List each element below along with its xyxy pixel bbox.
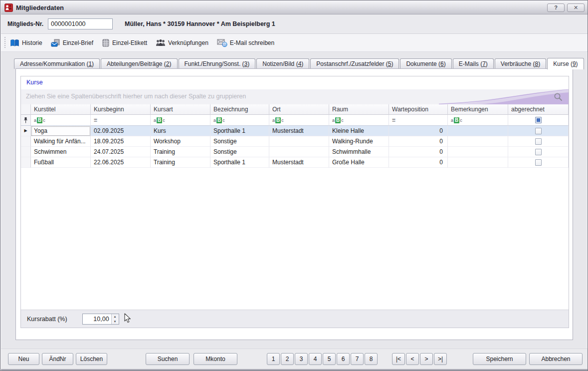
- verknuepfungen-button[interactable]: Verknüpfungen: [156, 39, 208, 47]
- page-5-button[interactable]: 5: [323, 353, 336, 365]
- column-header-raum[interactable]: Raum: [329, 104, 389, 115]
- table-row[interactable]: Schwimmen24.07.2025TrainingSonstigeSchwi…: [21, 147, 569, 157]
- page-3-button[interactable]: 3: [295, 353, 308, 365]
- nav-prev-button[interactable]: <: [406, 353, 419, 365]
- speichern-button[interactable]: Speichern: [473, 353, 526, 365]
- member-no-input[interactable]: [48, 18, 113, 29]
- cell-kursbeginn[interactable]: 24.07.2025: [91, 147, 151, 157]
- close-button[interactable]: ✕: [567, 3, 585, 12]
- tab-verbr-uche-8[interactable]: Verbräuche (8): [495, 58, 546, 69]
- cell-abgerechnet[interactable]: [508, 126, 569, 136]
- tab-postanschrf-zusatzfelder-5[interactable]: Postanschrf./Zusatzfelder (5): [310, 58, 399, 69]
- tab-abteilungen-beitr-ge-2[interactable]: Abteilungen/Beiträge (2): [101, 58, 177, 69]
- tab-e-mails-7[interactable]: E-Mails (7): [453, 58, 494, 69]
- tab-dokumente-6[interactable]: Dokumente (6): [400, 58, 451, 69]
- suchen-button[interactable]: Suchen: [146, 353, 190, 365]
- cell-warteposition[interactable]: 0: [389, 157, 448, 168]
- cell-warteposition[interactable]: 0: [389, 147, 448, 157]
- filter-cell-bezeichnung[interactable]: aBc: [210, 115, 269, 126]
- tab-kurse-9[interactable]: Kurse (9): [547, 58, 584, 69]
- einzel-brief-button[interactable]: Einzel-Brief: [51, 39, 93, 47]
- tab-funkt-ehrung-sonst-3[interactable]: Funkt./Ehrung/Sonst. (3): [179, 58, 256, 69]
- column-header-kursart[interactable]: Kursart: [151, 104, 210, 115]
- cell-kurstitel[interactable]: Schwimmen: [31, 147, 91, 157]
- search-icon[interactable]: [554, 92, 563, 101]
- cell-warteposition[interactable]: 0: [389, 136, 448, 147]
- tab-adresse-kommunikation-1[interactable]: Adresse/Kommunikation (1): [14, 58, 100, 69]
- cell-kursart[interactable]: Training: [151, 157, 210, 168]
- cell-ort[interactable]: [269, 136, 329, 147]
- table-row[interactable]: ▶Yoga02.09.2025KursSporthalle 1Mustersta…: [21, 126, 569, 136]
- abgerechnet-checkbox[interactable]: [535, 128, 542, 134]
- filter-cell-kursart[interactable]: aBc: [151, 115, 210, 126]
- table-row[interactable]: Fußball22.06.2025TrainingSporthalle 1Mus…: [21, 157, 569, 168]
- spin-down-button[interactable]: ▼: [112, 319, 119, 324]
- l-schen-button[interactable]: Löschen: [76, 353, 107, 365]
- cell-raum[interactable]: Schwimmhalle: [329, 147, 389, 157]
- cell-kursart[interactable]: Kurs: [151, 126, 210, 136]
- cell-ort[interactable]: Musterstadt: [269, 126, 329, 136]
- cell-abgerechnet[interactable]: [508, 147, 569, 157]
- mkonto-button[interactable]: Mkonto: [194, 353, 237, 365]
- filter-cell-bemerkungen[interactable]: aBc: [448, 115, 508, 126]
- kursrabatt-spinner[interactable]: 10,00 ▲ ▼: [82, 314, 119, 325]
- cell-kursbeginn[interactable]: 02.09.2025: [91, 126, 151, 136]
- table-row[interactable]: Walking für Anfän...18.09.2025WorkshopSo…: [21, 136, 569, 147]
- nav-first-button[interactable]: |<: [392, 353, 405, 365]
- filter-cell-raum[interactable]: aBc: [329, 115, 389, 126]
- filter-cell-kurstitel[interactable]: aBc: [31, 115, 91, 126]
- cell-kursart[interactable]: Training: [151, 147, 210, 157]
- toolbar-grip[interactable]: [4, 37, 6, 49]
- cell-bemerkungen[interactable]: [448, 136, 508, 147]
- abbrechen-button[interactable]: Abbrechen: [529, 353, 583, 365]
- cell-raum[interactable]: Walking-Runde: [329, 136, 389, 147]
- help-button[interactable]: ?: [547, 3, 565, 12]
- column-header-kurstitel[interactable]: Kurstitel: [31, 104, 91, 115]
- page-4-button[interactable]: 4: [309, 353, 322, 365]
- cell-bezeichnung[interactable]: Sporthalle 1: [210, 157, 269, 168]
- cell-kurstitel[interactable]: Yoga: [31, 126, 91, 136]
- cell-warteposition[interactable]: 0: [389, 126, 448, 136]
- tab-notizen-bild-4[interactable]: Notizen/Bild (4): [256, 58, 309, 69]
- cell-bezeichnung[interactable]: Sonstige: [210, 136, 269, 147]
- column-header-abgerechnet[interactable]: abgerechnet: [508, 104, 569, 115]
- nav-last-button[interactable]: >|: [434, 353, 447, 365]
- filter-checkbox[interactable]: [535, 117, 542, 123]
- page-2-button[interactable]: 2: [281, 353, 294, 365]
- cell-abgerechnet[interactable]: [508, 136, 569, 147]
- abgerechnet-checkbox[interactable]: [535, 149, 542, 155]
- cell-bezeichnung[interactable]: Sonstige: [210, 147, 269, 157]
- page-8-button[interactable]: 8: [365, 353, 378, 365]
- cell-kursart[interactable]: Workshop: [151, 136, 210, 147]
- cell-abgerechnet[interactable]: [508, 157, 569, 168]
- cell-bemerkungen[interactable]: [448, 147, 508, 157]
- cell-kursbeginn[interactable]: 22.06.2025: [91, 157, 151, 168]
- filter-cell-ort[interactable]: aBc: [269, 115, 329, 126]
- filter-cell-abgerechnet[interactable]: [508, 115, 569, 126]
- cell-kursbeginn[interactable]: 18.09.2025: [91, 136, 151, 147]
- filter-row-gutter[interactable]: [21, 115, 31, 126]
- spin-up-button[interactable]: ▲: [112, 314, 119, 319]
- group-by-panel[interactable]: Ziehen Sie eine Spaltenüberschrift hierh…: [21, 89, 569, 104]
- filter-cell-kursbeginn[interactable]: =: [91, 115, 151, 126]
- cell-kurstitel[interactable]: Walking für Anfän...: [31, 136, 91, 147]
- column-header-warteposition[interactable]: Warteposition: [389, 104, 448, 115]
- column-header-bemerkungen[interactable]: Bemerkungen: [448, 104, 508, 115]
- page-7-button[interactable]: 7: [351, 353, 364, 365]
- abgerechnet-checkbox[interactable]: [535, 159, 542, 166]
- page-6-button[interactable]: 6: [337, 353, 350, 365]
- cell-raum[interactable]: Große Halle: [329, 157, 389, 168]
- cell-bemerkungen[interactable]: [448, 157, 508, 168]
- ndnr-button[interactable]: ÄndNr: [42, 353, 73, 365]
- cell-bezeichnung[interactable]: Sporthalle 1: [210, 126, 269, 136]
- column-header-bezeichnung[interactable]: Bezeichnung: [210, 104, 269, 115]
- cell-kurstitel[interactable]: Fußball: [31, 157, 91, 168]
- page-1-button[interactable]: 1: [267, 353, 280, 365]
- abgerechnet-checkbox[interactable]: [535, 138, 542, 145]
- email-schreiben-button[interactable]: @ E-Mail schreiben: [217, 38, 274, 47]
- historie-button[interactable]: Historie: [10, 39, 42, 47]
- cell-ort[interactable]: [269, 147, 329, 157]
- einzel-etikett-button[interactable]: Einzel-Etikett: [102, 39, 147, 47]
- neu-button[interactable]: Neu: [8, 353, 39, 365]
- cell-ort[interactable]: Musterstadt: [269, 157, 329, 168]
